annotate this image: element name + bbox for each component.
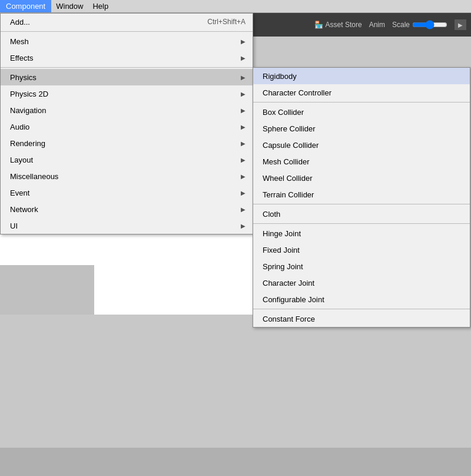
submenu-item-spring-joint[interactable]: Spring Joint: [253, 258, 470, 275]
asset-store-btn[interactable]: 🏪 Asset Store: [314, 21, 362, 29]
asset-store-icon: 🏪: [314, 21, 323, 29]
menu-item-ui[interactable]: UI ▶: [1, 217, 253, 234]
menu-item-audio[interactable]: Audio ▶: [1, 118, 253, 135]
menu-item-rendering[interactable]: Rendering ▶: [1, 135, 253, 151]
arrow-icon-navigation: ▶: [241, 107, 246, 114]
submenu-item-configurable-joint[interactable]: Configurable Joint: [253, 291, 470, 308]
arrow-icon-rendering: ▶: [241, 140, 246, 147]
menubar: Component Window Help: [0, 0, 471, 13]
submenu-item-mesh-collider[interactable]: Mesh Collider: [253, 153, 470, 170]
arrow-icon-layout: ▶: [241, 157, 246, 163]
submenu-item-wheel-collider[interactable]: Wheel Collider: [253, 170, 470, 186]
menu-item-physics2d[interactable]: Physics 2D ▶: [1, 85, 253, 102]
menu-item-navigation[interactable]: Navigation ▶: [1, 102, 253, 118]
arrow-icon-event: ▶: [241, 190, 246, 196]
bottom-bar: [0, 448, 471, 476]
play-button[interactable]: ▶: [455, 19, 466, 30]
submenu-sep-1: [253, 102, 470, 103]
submenu-item-character-controller[interactable]: Character Controller: [253, 84, 470, 101]
component-menu: Add... Ctrl+Shift+A Mesh ▶ Effects ▶ Phy…: [0, 13, 253, 234]
submenu-item-sphere-collider[interactable]: Sphere Collider: [253, 120, 470, 137]
submenu-item-hinge-joint[interactable]: Hinge Joint: [253, 225, 470, 242]
arrow-icon-network: ▶: [241, 206, 246, 213]
submenu-sep-4: [253, 309, 470, 309]
arrow-icon-physics: ▶: [241, 74, 246, 81]
menu-help[interactable]: Help: [88, 0, 113, 12]
arrow-icon-audio: ▶: [241, 124, 246, 130]
submenu-item-terrain-collider[interactable]: Terrain Collider: [253, 186, 470, 203]
menu-window[interactable]: Window: [51, 0, 88, 12]
arrow-icon-ui: ▶: [241, 223, 246, 229]
arrow-icon-effects: ▶: [241, 55, 246, 61]
submenu-item-cloth[interactable]: Cloth: [253, 206, 470, 222]
anim-btn[interactable]: Anim: [369, 21, 385, 29]
physics-submenu: Rigidbody Character Controller Box Colli…: [253, 67, 470, 328]
submenu-sep-3: [253, 223, 470, 224]
submenu-sep-2: [253, 204, 470, 204]
separator-2: [1, 67, 253, 68]
arrow-icon-miscellaneous: ▶: [241, 173, 246, 180]
submenu-item-box-collider[interactable]: Box Collider: [253, 104, 470, 120]
separator-1: [1, 31, 253, 32]
submenu-item-fixed-joint[interactable]: Fixed Joint: [253, 242, 470, 258]
menu-item-mesh[interactable]: Mesh ▶: [1, 33, 253, 49]
scale-slider[interactable]: [412, 20, 447, 29]
submenu-item-rigidbody[interactable]: Rigidbody: [253, 68, 470, 84]
menu-component[interactable]: Component: [0, 0, 51, 12]
arrow-icon-physics2d: ▶: [241, 91, 246, 97]
menu-item-layout[interactable]: Layout ▶: [1, 151, 253, 168]
menu-item-effects[interactable]: Effects ▶: [1, 49, 253, 66]
menu-item-network[interactable]: Network ▶: [1, 201, 253, 217]
arrow-icon-mesh: ▶: [241, 38, 246, 45]
submenu-item-constant-force[interactable]: Constant Force: [253, 310, 470, 327]
menu-item-event[interactable]: Event ▶: [1, 184, 253, 201]
menu-item-add[interactable]: Add... Ctrl+Shift+A: [1, 14, 253, 30]
menu-item-miscellaneous[interactable]: Miscellaneous ▶: [1, 168, 253, 184]
scale-control: Scale: [392, 20, 447, 29]
submenu-item-capsule-collider[interactable]: Capsule Collider: [253, 137, 470, 153]
submenu-item-character-joint[interactable]: Character Joint: [253, 275, 470, 291]
menu-item-physics[interactable]: Physics ▶: [1, 69, 253, 85]
